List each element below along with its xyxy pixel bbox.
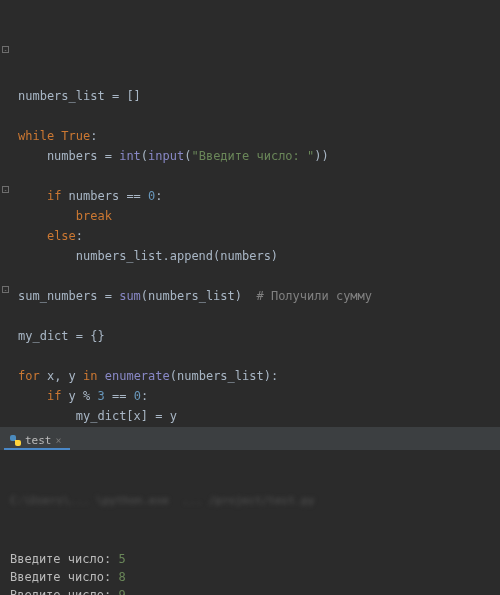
code-line[interactable]: my_dict = {} — [18, 326, 496, 346]
console-line: Введите число: 8 — [10, 568, 492, 586]
code-line[interactable] — [18, 306, 496, 326]
code-line[interactable]: numbers_list = [] — [18, 86, 496, 106]
console-line: Введите число: 9 — [10, 586, 492, 595]
code-line[interactable]: numbers_list.append(numbers) — [18, 246, 496, 266]
code-line[interactable] — [18, 426, 496, 428]
code-line[interactable]: sum_numbers = sum(numbers_list) # Получи… — [18, 286, 496, 306]
fold-marker[interactable]: - — [2, 46, 9, 53]
run-command-path: C:\Users\... \python.exe ... /project/te… — [10, 492, 492, 510]
code-line[interactable]: if y % 3 == 0: — [18, 386, 496, 406]
code-line[interactable]: else: — [18, 226, 496, 246]
code-line[interactable]: if numbers == 0: — [18, 186, 496, 206]
fold-marker[interactable]: - — [2, 186, 9, 193]
run-tabbar: test × — [0, 428, 500, 450]
code-editor[interactable]: --- numbers_list = [] while True: number… — [0, 0, 500, 428]
code-line[interactable] — [18, 266, 496, 286]
python-icon — [10, 435, 21, 446]
run-tab[interactable]: test × — [4, 430, 70, 450]
console-line: Введите число: 5 — [10, 550, 492, 568]
code-line[interactable]: break — [18, 206, 496, 226]
fold-marker[interactable]: - — [2, 286, 9, 293]
code-line[interactable] — [18, 166, 496, 186]
code-line[interactable] — [18, 106, 496, 126]
close-icon[interactable]: × — [56, 435, 62, 446]
code-line[interactable]: for x, y in enumerate(numbers_list): — [18, 366, 496, 386]
run-console[interactable]: C:\Users\... \python.exe ... /project/te… — [0, 450, 500, 595]
tab-label: test — [25, 434, 52, 447]
code-line[interactable] — [18, 346, 496, 366]
code-line[interactable]: while True: — [18, 126, 496, 146]
code-line[interactable]: numbers = int(input("Введите число: ")) — [18, 146, 496, 166]
code-line[interactable]: my_dict[x] = y — [18, 406, 496, 426]
